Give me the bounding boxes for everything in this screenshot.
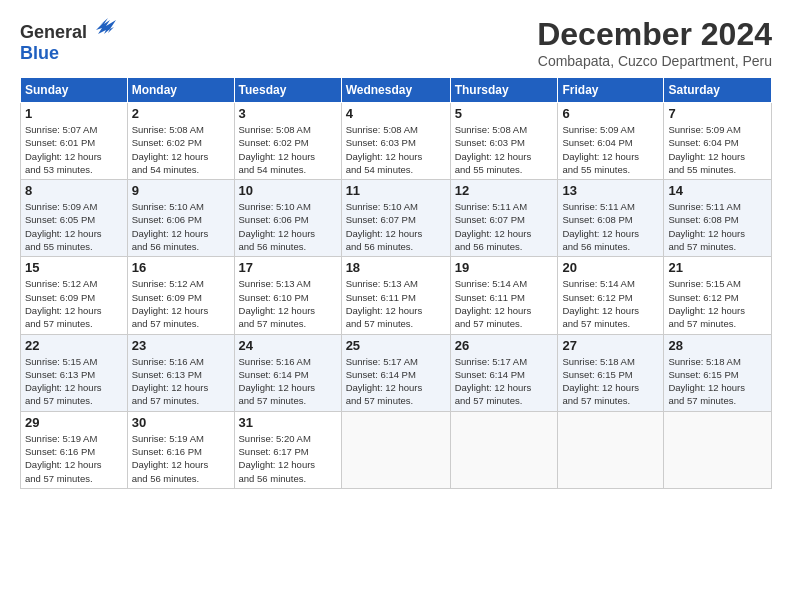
day-number: 7 [668,106,767,121]
calendar-day-cell: 18Sunrise: 5:13 AMSunset: 6:11 PMDayligh… [341,257,450,334]
calendar-day-cell: 13Sunrise: 5:11 AMSunset: 6:08 PMDayligh… [558,180,664,257]
day-detail: Sunrise: 5:08 AMSunset: 6:03 PMDaylight:… [346,123,446,176]
header-tuesday: Tuesday [234,78,341,103]
day-detail: Sunrise: 5:18 AMSunset: 6:15 PMDaylight:… [562,355,659,408]
day-detail: Sunrise: 5:14 AMSunset: 6:12 PMDaylight:… [562,277,659,330]
calendar-day-cell: 31Sunrise: 5:20 AMSunset: 6:17 PMDayligh… [234,411,341,488]
day-detail: Sunrise: 5:14 AMSunset: 6:11 PMDaylight:… [455,277,554,330]
logo: General Blue [20,16,116,64]
header-friday: Friday [558,78,664,103]
day-detail: Sunrise: 5:20 AMSunset: 6:17 PMDaylight:… [239,432,337,485]
page: General Blue December 2024 Combapata, Cu… [0,0,792,612]
calendar-week-row: 29Sunrise: 5:19 AMSunset: 6:16 PMDayligh… [21,411,772,488]
header: General Blue December 2024 Combapata, Cu… [20,16,772,69]
calendar-day-cell: 26Sunrise: 5:17 AMSunset: 6:14 PMDayligh… [450,334,558,411]
day-detail: Sunrise: 5:10 AMSunset: 6:07 PMDaylight:… [346,200,446,253]
calendar-table: Sunday Monday Tuesday Wednesday Thursday… [20,77,772,489]
day-number: 9 [132,183,230,198]
day-detail: Sunrise: 5:09 AMSunset: 6:04 PMDaylight:… [668,123,767,176]
calendar-day-cell: 29Sunrise: 5:19 AMSunset: 6:16 PMDayligh… [21,411,128,488]
day-number: 6 [562,106,659,121]
day-detail: Sunrise: 5:12 AMSunset: 6:09 PMDaylight:… [132,277,230,330]
calendar-day-cell: 19Sunrise: 5:14 AMSunset: 6:11 PMDayligh… [450,257,558,334]
calendar-day-cell: 9Sunrise: 5:10 AMSunset: 6:06 PMDaylight… [127,180,234,257]
day-number: 20 [562,260,659,275]
day-detail: Sunrise: 5:12 AMSunset: 6:09 PMDaylight:… [25,277,123,330]
day-detail: Sunrise: 5:16 AMSunset: 6:13 PMDaylight:… [132,355,230,408]
day-detail: Sunrise: 5:18 AMSunset: 6:15 PMDaylight:… [668,355,767,408]
day-detail: Sunrise: 5:07 AMSunset: 6:01 PMDaylight:… [25,123,123,176]
calendar-week-row: 1Sunrise: 5:07 AMSunset: 6:01 PMDaylight… [21,103,772,180]
day-detail: Sunrise: 5:10 AMSunset: 6:06 PMDaylight:… [239,200,337,253]
calendar-day-cell: 8Sunrise: 5:09 AMSunset: 6:05 PMDaylight… [21,180,128,257]
logo-bird-icon [94,16,116,38]
day-number: 8 [25,183,123,198]
day-number: 23 [132,338,230,353]
day-detail: Sunrise: 5:09 AMSunset: 6:05 PMDaylight:… [25,200,123,253]
day-detail: Sunrise: 5:13 AMSunset: 6:11 PMDaylight:… [346,277,446,330]
day-number: 19 [455,260,554,275]
calendar-day-cell: 16Sunrise: 5:12 AMSunset: 6:09 PMDayligh… [127,257,234,334]
header-saturday: Saturday [664,78,772,103]
day-number: 13 [562,183,659,198]
calendar-day-cell [450,411,558,488]
header-wednesday: Wednesday [341,78,450,103]
calendar-day-cell: 21Sunrise: 5:15 AMSunset: 6:12 PMDayligh… [664,257,772,334]
calendar-day-cell: 14Sunrise: 5:11 AMSunset: 6:08 PMDayligh… [664,180,772,257]
day-number: 17 [239,260,337,275]
day-detail: Sunrise: 5:10 AMSunset: 6:06 PMDaylight:… [132,200,230,253]
day-number: 15 [25,260,123,275]
day-number: 12 [455,183,554,198]
logo-general: General [20,22,87,42]
title-block: December 2024 Combapata, Cuzco Departmen… [537,16,772,69]
calendar-day-cell: 4Sunrise: 5:08 AMSunset: 6:03 PMDaylight… [341,103,450,180]
header-thursday: Thursday [450,78,558,103]
calendar-day-cell: 27Sunrise: 5:18 AMSunset: 6:15 PMDayligh… [558,334,664,411]
calendar-day-cell: 7Sunrise: 5:09 AMSunset: 6:04 PMDaylight… [664,103,772,180]
calendar-day-cell [558,411,664,488]
calendar-day-cell: 30Sunrise: 5:19 AMSunset: 6:16 PMDayligh… [127,411,234,488]
day-detail: Sunrise: 5:11 AMSunset: 6:08 PMDaylight:… [562,200,659,253]
day-number: 27 [562,338,659,353]
calendar-day-cell [664,411,772,488]
day-detail: Sunrise: 5:08 AMSunset: 6:03 PMDaylight:… [455,123,554,176]
day-number: 31 [239,415,337,430]
calendar-day-cell: 11Sunrise: 5:10 AMSunset: 6:07 PMDayligh… [341,180,450,257]
day-detail: Sunrise: 5:17 AMSunset: 6:14 PMDaylight:… [346,355,446,408]
day-number: 2 [132,106,230,121]
calendar-day-cell: 5Sunrise: 5:08 AMSunset: 6:03 PMDaylight… [450,103,558,180]
day-detail: Sunrise: 5:17 AMSunset: 6:14 PMDaylight:… [455,355,554,408]
day-detail: Sunrise: 5:15 AMSunset: 6:12 PMDaylight:… [668,277,767,330]
logo-blue: Blue [20,43,59,63]
day-number: 3 [239,106,337,121]
calendar-day-cell: 1Sunrise: 5:07 AMSunset: 6:01 PMDaylight… [21,103,128,180]
calendar-week-row: 22Sunrise: 5:15 AMSunset: 6:13 PMDayligh… [21,334,772,411]
calendar-day-cell: 15Sunrise: 5:12 AMSunset: 6:09 PMDayligh… [21,257,128,334]
header-sunday: Sunday [21,78,128,103]
day-number: 10 [239,183,337,198]
calendar-day-cell: 10Sunrise: 5:10 AMSunset: 6:06 PMDayligh… [234,180,341,257]
day-number: 26 [455,338,554,353]
day-detail: Sunrise: 5:19 AMSunset: 6:16 PMDaylight:… [132,432,230,485]
subtitle: Combapata, Cuzco Department, Peru [537,53,772,69]
day-detail: Sunrise: 5:15 AMSunset: 6:13 PMDaylight:… [25,355,123,408]
day-number: 30 [132,415,230,430]
calendar-day-cell: 20Sunrise: 5:14 AMSunset: 6:12 PMDayligh… [558,257,664,334]
calendar-day-cell: 17Sunrise: 5:13 AMSunset: 6:10 PMDayligh… [234,257,341,334]
calendar-day-cell: 24Sunrise: 5:16 AMSunset: 6:14 PMDayligh… [234,334,341,411]
calendar-day-cell: 6Sunrise: 5:09 AMSunset: 6:04 PMDaylight… [558,103,664,180]
day-number: 14 [668,183,767,198]
day-number: 21 [668,260,767,275]
svg-marker-0 [96,18,116,34]
day-number: 28 [668,338,767,353]
calendar-day-cell: 12Sunrise: 5:11 AMSunset: 6:07 PMDayligh… [450,180,558,257]
calendar-day-cell: 25Sunrise: 5:17 AMSunset: 6:14 PMDayligh… [341,334,450,411]
calendar-day-cell: 2Sunrise: 5:08 AMSunset: 6:02 PMDaylight… [127,103,234,180]
main-title: December 2024 [537,16,772,53]
day-number: 25 [346,338,446,353]
day-number: 22 [25,338,123,353]
day-detail: Sunrise: 5:09 AMSunset: 6:04 PMDaylight:… [562,123,659,176]
calendar-day-cell: 22Sunrise: 5:15 AMSunset: 6:13 PMDayligh… [21,334,128,411]
day-number: 1 [25,106,123,121]
calendar-day-cell [341,411,450,488]
